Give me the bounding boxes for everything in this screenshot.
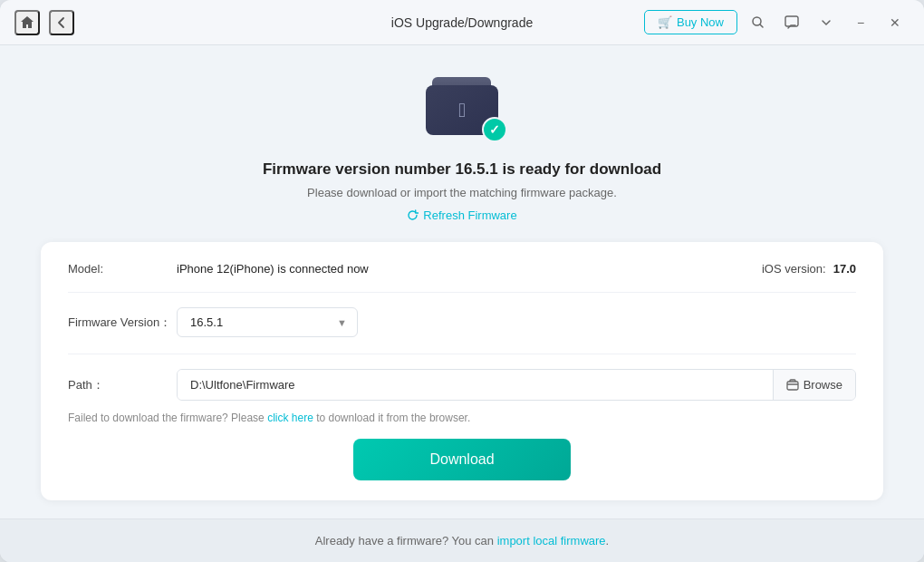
chat-button[interactable] bbox=[777, 8, 806, 37]
divider-1 bbox=[68, 292, 856, 293]
firmware-version-select[interactable]: 16.5.1 16.5 16.4.1 16.4 16.3.1 bbox=[177, 307, 358, 337]
divider-2 bbox=[68, 354, 856, 354]
titlebar: iOS Upgrade/Downgrade 🛒 Buy Now bbox=[0, 0, 924, 45]
back-button[interactable] bbox=[49, 10, 74, 35]
titlebar-left bbox=[14, 10, 74, 35]
home-button[interactable] bbox=[14, 10, 40, 35]
sub-heading: Please download or import the matching f… bbox=[307, 186, 617, 199]
firmware-version-dropdown[interactable]: 16.5.1 16.5 16.4.1 16.4 16.3.1 ▼ bbox=[177, 307, 358, 337]
app-window: iOS Upgrade/Downgrade 🛒 Buy Now bbox=[0, 0, 924, 562]
chevron-down-button[interactable] bbox=[812, 8, 841, 37]
import-local-firmware-link[interactable]: import local firmware bbox=[497, 534, 606, 547]
download-button[interactable]: Download bbox=[353, 439, 571, 480]
ios-version-value: 17.0 bbox=[833, 262, 856, 276]
click-here-link[interactable]: click here bbox=[267, 412, 313, 424]
path-input-wrapper: Browse bbox=[177, 369, 856, 401]
path-input[interactable] bbox=[178, 370, 773, 400]
footer: Already have a firmware? You can import … bbox=[0, 518, 924, 562]
path-label: Path： bbox=[68, 377, 177, 393]
browse-label: Browse bbox=[804, 378, 842, 392]
minimize-button[interactable]: − bbox=[846, 8, 875, 37]
apple-logo-icon:  bbox=[458, 101, 466, 121]
firmware-version-row: Firmware Version： 16.5.1 16.5 16.4.1 16.… bbox=[68, 307, 856, 337]
error-text: Failed to download the firmware? Please … bbox=[68, 412, 856, 424]
main-content:  ✓ Firmware version number 16.5.1 is re… bbox=[0, 45, 924, 518]
refresh-firmware-link[interactable]: Refresh Firmware bbox=[407, 208, 516, 222]
model-value: iPhone 12(iPhone) is connected now bbox=[177, 262, 369, 276]
ios-version-row: iOS version: 17.0 bbox=[762, 262, 856, 276]
firmware-version-label: Firmware Version： bbox=[68, 315, 177, 331]
search-button[interactable] bbox=[743, 8, 772, 37]
buy-now-button[interactable]: 🛒 Buy Now bbox=[644, 10, 737, 34]
ios-version-label: iOS version: bbox=[762, 262, 826, 276]
main-heading: Firmware version number 16.5.1 is ready … bbox=[263, 160, 661, 179]
check-badge-icon: ✓ bbox=[482, 117, 507, 142]
browse-button[interactable]: Browse bbox=[773, 370, 855, 400]
window-title: iOS Upgrade/Downgrade bbox=[391, 15, 533, 30]
close-button[interactable]: ✕ bbox=[881, 8, 910, 37]
model-label: Model: bbox=[68, 262, 177, 276]
titlebar-right: 🛒 Buy Now − ✕ bbox=[644, 8, 910, 37]
hero-icon:  ✓ bbox=[417, 73, 507, 144]
cart-icon: 🛒 bbox=[658, 15, 672, 29]
svg-rect-2 bbox=[787, 382, 798, 390]
path-row: Path： Browse bbox=[68, 369, 856, 401]
model-row: Model: iPhone 12(iPhone) is connected no… bbox=[68, 262, 856, 276]
info-card: Model: iPhone 12(iPhone) is connected no… bbox=[41, 242, 883, 500]
